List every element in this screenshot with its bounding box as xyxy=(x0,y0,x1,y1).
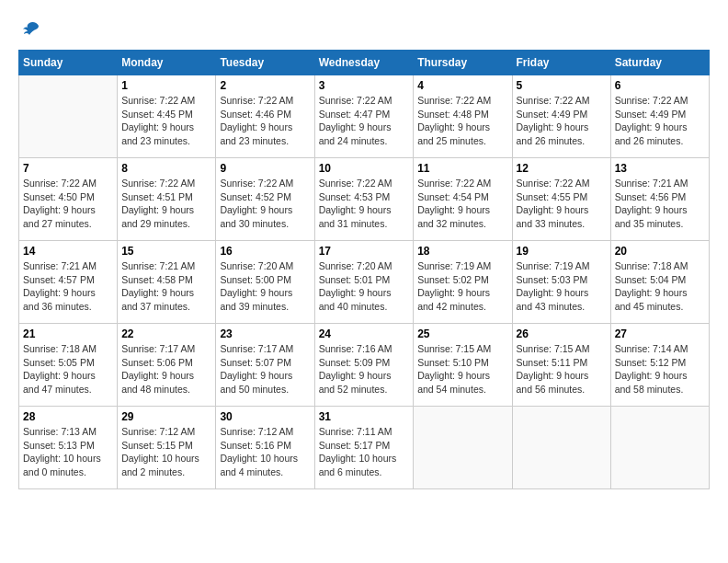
day-info: Sunrise: 7:21 AMSunset: 4:58 PMDaylight:… xyxy=(121,259,211,314)
calendar-cell: 6Sunrise: 7:22 AMSunset: 4:49 PMDaylight… xyxy=(610,75,709,158)
day-number: 16 xyxy=(220,245,310,258)
calendar-cell: 27Sunrise: 7:14 AMSunset: 5:12 PMDayligh… xyxy=(610,324,709,407)
day-info: Sunrise: 7:18 AMSunset: 5:04 PMDaylight:… xyxy=(615,259,705,314)
calendar-cell: 25Sunrise: 7:15 AMSunset: 5:10 PMDayligh… xyxy=(414,324,512,407)
calendar-cell xyxy=(19,75,118,158)
day-info: Sunrise: 7:22 AMSunset: 4:46 PMDaylight:… xyxy=(220,94,310,148)
day-info: Sunrise: 7:18 AMSunset: 5:05 PMDaylight:… xyxy=(23,342,113,396)
calendar-cell: 4Sunrise: 7:22 AMSunset: 4:48 PMDaylight… xyxy=(414,75,512,158)
calendar-week-row: 28Sunrise: 7:13 AMSunset: 5:13 PMDayligh… xyxy=(19,407,710,489)
day-info: Sunrise: 7:22 AMSunset: 4:45 PMDaylight:… xyxy=(121,94,211,148)
day-info: Sunrise: 7:22 AMSunset: 4:54 PMDaylight:… xyxy=(417,177,507,231)
day-info: Sunrise: 7:21 AMSunset: 4:56 PMDaylight:… xyxy=(615,177,705,231)
calendar-week-row: 14Sunrise: 7:21 AMSunset: 4:57 PMDayligh… xyxy=(19,241,710,324)
calendar-cell: 16Sunrise: 7:20 AMSunset: 5:00 PMDayligh… xyxy=(216,241,314,324)
day-info: Sunrise: 7:11 AMSunset: 5:17 PMDaylight:… xyxy=(319,425,410,479)
day-number: 14 xyxy=(23,245,113,258)
calendar-cell xyxy=(414,407,512,489)
calendar-cell: 21Sunrise: 7:18 AMSunset: 5:05 PMDayligh… xyxy=(19,324,118,407)
calendar-cell: 29Sunrise: 7:12 AMSunset: 5:15 PMDayligh… xyxy=(118,407,216,489)
day-info: Sunrise: 7:15 AMSunset: 5:10 PMDaylight:… xyxy=(417,342,507,396)
day-info: Sunrise: 7:20 AMSunset: 5:00 PMDaylight:… xyxy=(220,259,310,314)
calendar-cell: 7Sunrise: 7:22 AMSunset: 4:50 PMDaylight… xyxy=(19,158,118,241)
day-number: 3 xyxy=(319,79,410,92)
logo xyxy=(18,18,42,40)
page-header xyxy=(18,18,710,40)
day-info: Sunrise: 7:22 AMSunset: 4:49 PMDaylight:… xyxy=(517,94,607,148)
calendar-cell xyxy=(610,407,709,489)
day-number: 30 xyxy=(220,410,310,423)
day-info: Sunrise: 7:22 AMSunset: 4:53 PMDaylight:… xyxy=(319,177,410,231)
day-number: 27 xyxy=(615,327,705,340)
day-number: 8 xyxy=(121,162,211,175)
calendar-cell: 20Sunrise: 7:18 AMSunset: 5:04 PMDayligh… xyxy=(610,241,709,324)
day-number: 20 xyxy=(615,245,705,258)
day-number: 26 xyxy=(517,327,607,340)
day-number: 2 xyxy=(220,79,310,92)
day-info: Sunrise: 7:17 AMSunset: 5:06 PMDaylight:… xyxy=(121,342,211,396)
day-number: 12 xyxy=(517,162,607,175)
calendar-header-tuesday: Tuesday xyxy=(216,51,314,75)
calendar-header-friday: Friday xyxy=(512,51,610,75)
day-number: 24 xyxy=(319,327,410,340)
calendar-cell: 19Sunrise: 7:19 AMSunset: 5:03 PMDayligh… xyxy=(512,241,610,324)
day-number: 10 xyxy=(319,162,410,175)
day-number: 23 xyxy=(220,327,310,340)
day-info: Sunrise: 7:22 AMSunset: 4:51 PMDaylight:… xyxy=(121,177,211,231)
day-number: 28 xyxy=(23,410,113,423)
day-info: Sunrise: 7:22 AMSunset: 4:47 PMDaylight:… xyxy=(319,94,410,148)
calendar-cell: 26Sunrise: 7:15 AMSunset: 5:11 PMDayligh… xyxy=(512,324,610,407)
calendar-cell: 18Sunrise: 7:19 AMSunset: 5:02 PMDayligh… xyxy=(414,241,512,324)
day-info: Sunrise: 7:19 AMSunset: 5:03 PMDaylight:… xyxy=(517,259,607,314)
calendar-cell: 24Sunrise: 7:16 AMSunset: 5:09 PMDayligh… xyxy=(314,324,414,407)
calendar-cell: 2Sunrise: 7:22 AMSunset: 4:46 PMDaylight… xyxy=(216,75,314,158)
calendar-week-row: 7Sunrise: 7:22 AMSunset: 4:50 PMDaylight… xyxy=(19,158,710,241)
day-info: Sunrise: 7:17 AMSunset: 5:07 PMDaylight:… xyxy=(220,342,310,396)
day-info: Sunrise: 7:16 AMSunset: 5:09 PMDaylight:… xyxy=(319,342,410,396)
calendar-cell: 13Sunrise: 7:21 AMSunset: 4:56 PMDayligh… xyxy=(610,158,709,241)
day-number: 17 xyxy=(319,245,410,258)
day-number: 22 xyxy=(121,327,211,340)
day-number: 9 xyxy=(220,162,310,175)
day-number: 11 xyxy=(417,162,507,175)
calendar-cell: 14Sunrise: 7:21 AMSunset: 4:57 PMDayligh… xyxy=(19,241,118,324)
calendar-week-row: 1Sunrise: 7:22 AMSunset: 4:45 PMDaylight… xyxy=(19,75,710,158)
calendar-cell xyxy=(512,407,610,489)
calendar-cell: 1Sunrise: 7:22 AMSunset: 4:45 PMDaylight… xyxy=(118,75,216,158)
day-number: 7 xyxy=(23,162,113,175)
calendar-cell: 10Sunrise: 7:22 AMSunset: 4:53 PMDayligh… xyxy=(314,158,414,241)
calendar-cell: 28Sunrise: 7:13 AMSunset: 5:13 PMDayligh… xyxy=(19,407,118,489)
calendar-cell: 12Sunrise: 7:22 AMSunset: 4:55 PMDayligh… xyxy=(512,158,610,241)
calendar-table: SundayMondayTuesdayWednesdayThursdayFrid… xyxy=(18,50,710,489)
calendar-week-row: 21Sunrise: 7:18 AMSunset: 5:05 PMDayligh… xyxy=(19,324,710,407)
calendar-header-wednesday: Wednesday xyxy=(314,51,414,75)
calendar-cell: 23Sunrise: 7:17 AMSunset: 5:07 PMDayligh… xyxy=(216,324,314,407)
day-info: Sunrise: 7:12 AMSunset: 5:15 PMDaylight:… xyxy=(121,425,211,479)
day-info: Sunrise: 7:22 AMSunset: 4:55 PMDaylight:… xyxy=(517,177,607,231)
day-number: 5 xyxy=(517,79,607,92)
calendar-cell: 11Sunrise: 7:22 AMSunset: 4:54 PMDayligh… xyxy=(414,158,512,241)
day-info: Sunrise: 7:20 AMSunset: 5:01 PMDaylight:… xyxy=(319,259,410,314)
day-number: 21 xyxy=(23,327,113,340)
calendar-cell: 22Sunrise: 7:17 AMSunset: 5:06 PMDayligh… xyxy=(118,324,216,407)
day-number: 15 xyxy=(121,245,211,258)
day-number: 18 xyxy=(417,245,507,258)
day-number: 31 xyxy=(319,410,410,423)
calendar-cell: 31Sunrise: 7:11 AMSunset: 5:17 PMDayligh… xyxy=(314,407,414,489)
day-number: 29 xyxy=(121,410,211,423)
day-info: Sunrise: 7:19 AMSunset: 5:02 PMDaylight:… xyxy=(417,259,507,314)
calendar-cell: 9Sunrise: 7:22 AMSunset: 4:52 PMDaylight… xyxy=(216,158,314,241)
calendar-cell: 3Sunrise: 7:22 AMSunset: 4:47 PMDaylight… xyxy=(314,75,414,158)
calendar-cell: 5Sunrise: 7:22 AMSunset: 4:49 PMDaylight… xyxy=(512,75,610,158)
day-info: Sunrise: 7:22 AMSunset: 4:52 PMDaylight:… xyxy=(220,177,310,231)
calendar-cell: 8Sunrise: 7:22 AMSunset: 4:51 PMDaylight… xyxy=(118,158,216,241)
calendar-header-row: SundayMondayTuesdayWednesdayThursdayFrid… xyxy=(19,51,710,75)
day-info: Sunrise: 7:12 AMSunset: 5:16 PMDaylight:… xyxy=(220,425,310,479)
day-number: 6 xyxy=(615,79,705,92)
calendar-header-sunday: Sunday xyxy=(19,51,118,75)
day-info: Sunrise: 7:22 AMSunset: 4:49 PMDaylight:… xyxy=(615,94,705,148)
day-info: Sunrise: 7:22 AMSunset: 4:50 PMDaylight:… xyxy=(23,177,113,231)
calendar-header-saturday: Saturday xyxy=(610,51,709,75)
day-number: 25 xyxy=(417,327,507,340)
day-number: 1 xyxy=(121,79,211,92)
